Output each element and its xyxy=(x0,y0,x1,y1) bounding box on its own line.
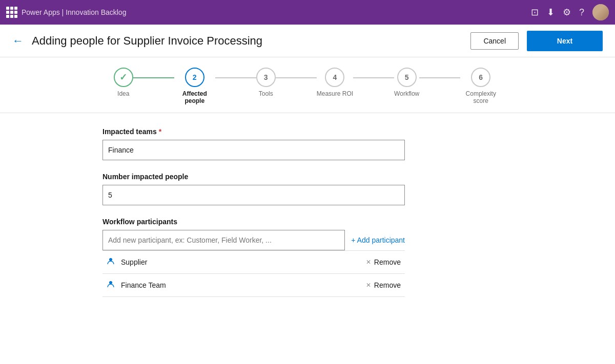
workflow-participants-field: Workflow participants + Add participant … xyxy=(102,218,512,297)
step-5-label: Workflow xyxy=(394,90,419,97)
main-content: Impacted teams* Number impacted people W… xyxy=(0,113,615,324)
header: ← Adding people for Supplier Invoice Pro… xyxy=(0,25,615,57)
number-impacted-input[interactable] xyxy=(102,185,405,205)
step-6-circle: 6 xyxy=(471,68,490,87)
workflow-participants-label: Workflow participants xyxy=(102,218,512,226)
step-6: 6 Complexity score xyxy=(460,68,501,104)
step-3-label: Tools xyxy=(259,90,273,97)
step-6-label: Complexity score xyxy=(460,90,501,104)
impacted-teams-field: Impacted teams* xyxy=(102,127,512,160)
remove-label: Remove xyxy=(374,281,401,289)
remove-label: Remove xyxy=(374,258,401,266)
step-2-circle: 2 xyxy=(185,68,204,87)
cancel-button[interactable]: Cancel xyxy=(470,32,519,50)
remove-participant-1-button[interactable]: ✕ Remove xyxy=(366,258,401,266)
svg-point-1 xyxy=(109,281,112,284)
step-6-number: 6 xyxy=(479,73,483,81)
step-connector-3 xyxy=(276,77,317,78)
step-5-number: 5 xyxy=(405,73,409,81)
step-connector-2 xyxy=(215,77,256,78)
person-icon xyxy=(107,280,115,290)
participant-input-row: + Add participant xyxy=(102,230,405,250)
step-connector-1 xyxy=(133,77,174,78)
step-4-label: Measure ROI xyxy=(317,90,353,97)
step-2-label: Affected people xyxy=(174,90,215,104)
remove-participant-2-button[interactable]: ✕ Remove xyxy=(366,281,401,289)
number-impacted-field: Number impacted people xyxy=(102,173,512,205)
settings-icon[interactable]: ⚙ xyxy=(563,7,571,18)
step-connector-4 xyxy=(353,77,394,78)
person-icon xyxy=(107,257,115,267)
participant-row: Supplier ✕ Remove xyxy=(102,251,405,274)
participant-row: Finance Team ✕ Remove xyxy=(102,274,405,297)
required-star: * xyxy=(159,127,161,136)
remove-x-icon: ✕ xyxy=(366,282,371,289)
add-participant-button[interactable]: + Add participant xyxy=(351,236,405,244)
step-4: 4 Measure ROI xyxy=(317,68,353,97)
step-1-check: ✓ xyxy=(119,72,127,83)
topbar-left: Power Apps | Innovation Backlog xyxy=(6,7,531,18)
topbar-title: Power Apps | Innovation Backlog xyxy=(22,8,126,16)
topbar: Power Apps | Innovation Backlog ⊡ ⬇ ⚙ ? xyxy=(0,0,615,25)
step-1: ✓ Idea xyxy=(114,68,133,97)
step-2: 2 Affected people xyxy=(174,68,215,104)
step-3-number: 3 xyxy=(264,73,268,81)
stepper: ✓ Idea 2 Affected people 3 Tools 4 Measu… xyxy=(0,57,615,113)
svg-point-0 xyxy=(109,258,112,261)
step-3-circle: 3 xyxy=(256,68,276,87)
participant-input[interactable] xyxy=(102,230,345,250)
step-connector-5 xyxy=(419,77,460,78)
back-button[interactable]: ← xyxy=(12,34,24,48)
apps-grid-icon[interactable] xyxy=(6,7,17,18)
page-title: Adding people for Supplier Invoice Proce… xyxy=(32,34,462,48)
step-4-circle: 4 xyxy=(325,68,344,87)
help-icon[interactable]: ? xyxy=(579,7,584,18)
number-impacted-label: Number impacted people xyxy=(102,173,512,181)
participant-name: Finance Team xyxy=(121,281,366,289)
impacted-teams-label: Impacted teams* xyxy=(102,127,512,136)
participant-list: Supplier ✕ Remove Finance Team ✕ Remo xyxy=(102,250,405,297)
remove-x-icon: ✕ xyxy=(366,259,371,266)
step-3: 3 Tools xyxy=(256,68,276,97)
step-4-number: 4 xyxy=(333,73,337,81)
avatar[interactable] xyxy=(592,4,609,20)
topbar-actions: ⊡ ⬇ ⚙ ? xyxy=(531,4,609,20)
step-1-circle: ✓ xyxy=(114,68,133,87)
download-icon[interactable]: ⬇ xyxy=(547,7,555,18)
step-2-number: 2 xyxy=(193,73,197,81)
step-5: 5 Workflow xyxy=(394,68,419,97)
monitor-icon[interactable]: ⊡ xyxy=(531,7,539,18)
impacted-teams-input[interactable] xyxy=(102,140,405,160)
step-1-label: Idea xyxy=(117,90,129,97)
participant-name: Supplier xyxy=(121,258,366,266)
next-button[interactable]: Next xyxy=(527,31,603,51)
step-5-circle: 5 xyxy=(397,68,417,87)
